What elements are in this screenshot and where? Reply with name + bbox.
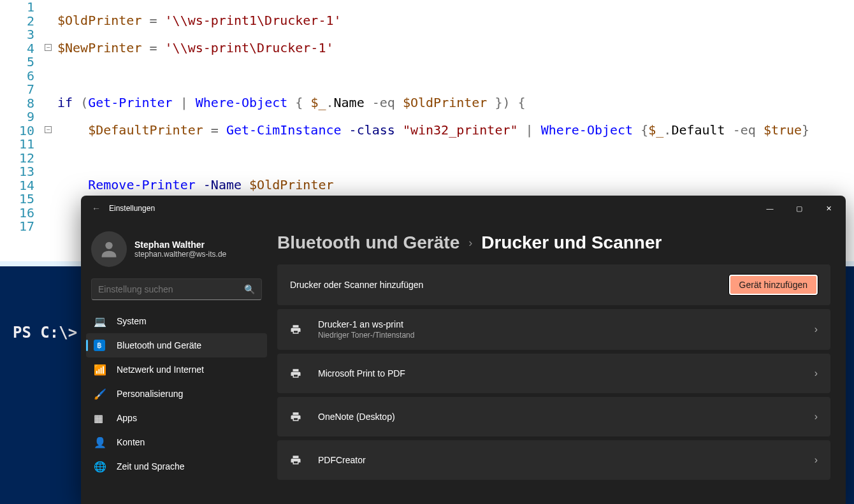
nav-bluetooth[interactable]: ฿Bluetooth und Geräte [86, 333, 267, 357]
wifi-icon: 📶 [94, 364, 108, 376]
settings-content: Bluetooth und Geräte › Drucker und Scann… [272, 221, 846, 504]
printer-name: Microsoft Print to PDF [318, 368, 808, 378]
nav-system[interactable]: 💻System [86, 309, 267, 333]
monitor-icon: 💻 [94, 315, 108, 328]
bluetooth-icon: ฿ [94, 340, 108, 351]
breadcrumb-parent[interactable]: Bluetooth und Geräte [277, 233, 460, 253]
apps-icon: ▦ [94, 412, 108, 424]
svg-point-0 [105, 242, 112, 249]
nav-accounts[interactable]: 👤Konten [86, 430, 267, 454]
printer-name: Drucker-1 an ws-print [318, 319, 808, 329]
clock-globe-icon: 🌐 [94, 461, 108, 473]
printer-item[interactable]: Drucker-1 an ws-print Niedriger Toner-/T… [277, 309, 830, 350]
chevron-right-icon: › [814, 411, 818, 422]
printer-icon [290, 368, 304, 379]
breadcrumb: Bluetooth und Geräte › Drucker und Scann… [277, 233, 830, 253]
close-button[interactable]: ✕ [814, 198, 843, 219]
printer-item[interactable]: OneNote (Desktop) › [277, 397, 830, 436]
search-icon: 🔍 [244, 284, 255, 294]
nav-personalization[interactable]: 🖌️Personalisierung [86, 382, 267, 406]
printer-item[interactable]: Microsoft Print to PDF › [277, 354, 830, 393]
settings-window: ← Einstellungen ― ▢ ✕ Stephan Walther st… [81, 196, 846, 504]
printer-name: OneNote (Desktop) [318, 412, 808, 422]
chevron-right-icon: › [814, 324, 818, 335]
chevron-right-icon: › [814, 368, 818, 379]
fold-toggle-icon[interactable]: − [45, 126, 52, 133]
nav-list: 💻System ฿Bluetooth und Geräte 📶Netzwerk … [86, 309, 267, 479]
nav-time-language[interactable]: 🌐Zeit und Sprache [86, 454, 267, 479]
terminal-prompt: PS C:\> [13, 324, 77, 342]
printer-icon [290, 411, 304, 422]
settings-search[interactable]: 🔍 [91, 278, 262, 300]
account-icon: 👤 [94, 436, 108, 449]
chevron-right-icon: › [468, 236, 472, 250]
maximize-button[interactable]: ▢ [785, 198, 814, 219]
printer-name: PDFCreator [318, 455, 808, 465]
profile-name: Stephan Walther [134, 240, 226, 250]
fold-toggle-icon[interactable]: − [45, 44, 52, 51]
avatar-icon [91, 231, 127, 267]
printer-status: Niedriger Toner-/Tintenstand [318, 331, 808, 340]
chevron-right-icon: › [814, 454, 818, 466]
add-printer-card: Drucker oder Scanner hinzufügen Gerät hi… [277, 264, 830, 305]
line-number-gutter: 1234567891011121314151617 [0, 0, 38, 234]
window-title: Einstellungen [109, 204, 155, 213]
search-input[interactable] [98, 284, 244, 294]
breadcrumb-current: Drucker und Scanner [481, 233, 662, 253]
settings-sidebar: Stephan Walther stephan.walther@ws-its.d… [81, 221, 272, 504]
printer-item[interactable]: PDFCreator › [277, 440, 830, 480]
brush-icon: 🖌️ [94, 388, 108, 400]
printer-icon [290, 454, 304, 466]
printer-icon [290, 324, 304, 335]
minimize-button[interactable]: ― [755, 198, 785, 219]
nav-apps[interactable]: ▦Apps [86, 406, 267, 430]
back-arrow-icon[interactable]: ← [83, 203, 109, 213]
add-device-button[interactable]: Gerät hinzufügen [729, 275, 818, 295]
nav-network[interactable]: 📶Netzwerk und Internet [86, 357, 267, 382]
add-printer-label: Drucker oder Scanner hinzufügen [290, 280, 729, 290]
user-profile[interactable]: Stephan Walther stephan.walther@ws-its.d… [86, 229, 267, 278]
profile-email: stephan.walther@ws-its.de [134, 250, 226, 259]
window-titlebar[interactable]: ← Einstellungen ― ▢ ✕ [81, 196, 846, 221]
